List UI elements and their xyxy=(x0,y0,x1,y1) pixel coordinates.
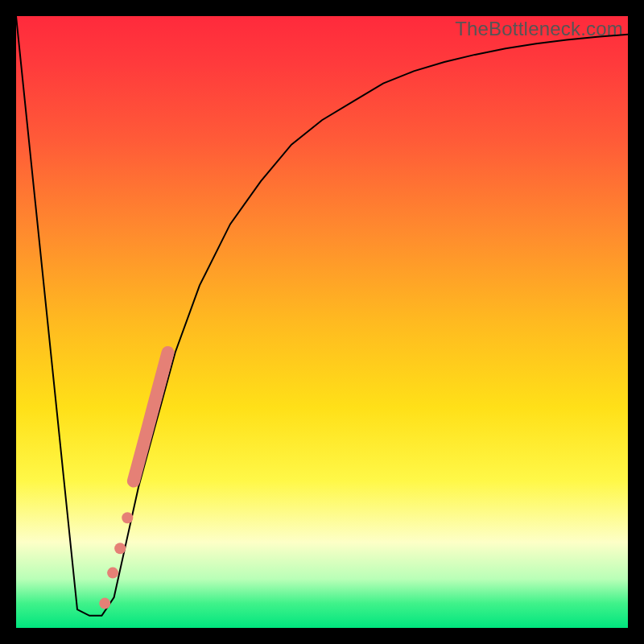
marker-dot xyxy=(122,512,133,523)
bottleneck-curve xyxy=(16,16,628,616)
marker-segment xyxy=(134,353,168,481)
curve-markers xyxy=(99,353,167,609)
marker-dot xyxy=(99,598,110,609)
marker-dot xyxy=(107,568,118,579)
chart-frame: TheBottleneck.com xyxy=(0,0,644,644)
chart-svg xyxy=(16,16,628,628)
plot-area: TheBottleneck.com xyxy=(16,16,628,628)
marker-dot xyxy=(114,543,126,554)
